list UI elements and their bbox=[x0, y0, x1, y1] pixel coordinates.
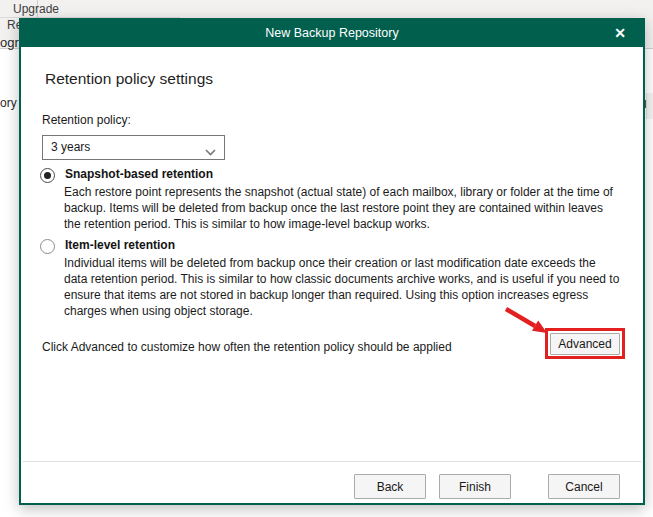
footer-divider bbox=[23, 461, 641, 462]
back-button[interactable]: Back bbox=[354, 474, 426, 499]
radio-snapshot-based-retention[interactable] bbox=[40, 168, 55, 183]
background-text-fragment: ory bbox=[0, 96, 17, 110]
radio-item-level-retention[interactable] bbox=[40, 239, 55, 254]
dialog-titlebar: New Backup Repository ✕ bbox=[21, 20, 643, 47]
new-backup-repository-dialog: New Backup Repository ✕ Retention policy… bbox=[19, 18, 645, 505]
retention-policy-value: 3 years bbox=[51, 136, 90, 159]
advanced-button[interactable]: Advanced bbox=[550, 333, 620, 355]
finish-button[interactable]: Finish bbox=[439, 474, 511, 499]
retention-policy-label: Retention policy: bbox=[42, 113, 131, 127]
dialog-title: New Backup Repository bbox=[21, 20, 643, 47]
cancel-button[interactable]: Cancel bbox=[548, 474, 620, 499]
option-label[interactable]: Item-level retention bbox=[65, 238, 175, 252]
retention-policy-select[interactable]: 3 years bbox=[42, 135, 225, 160]
option-description: Individual items will be deleted from ba… bbox=[64, 255, 619, 319]
background-panel-fragment bbox=[646, 93, 653, 119]
close-icon[interactable]: ✕ bbox=[607, 20, 633, 47]
option-description: Each restore point represents the snapsh… bbox=[64, 184, 613, 232]
chevron-down-icon bbox=[205, 145, 216, 159]
option-label[interactable]: Snapshot-based retention bbox=[65, 167, 213, 181]
page-title: Retention policy settings bbox=[45, 70, 213, 88]
upgrade-button[interactable]: Upgrade bbox=[13, 2, 59, 16]
advanced-hint-text: Click Advanced to customize how often th… bbox=[42, 340, 452, 354]
